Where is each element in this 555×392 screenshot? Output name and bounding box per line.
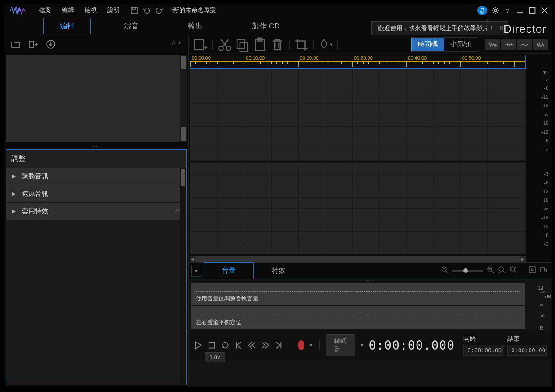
svg-line-26: [514, 271, 516, 273]
transport-bar: ▼ 轉碼器 ▼ 0:00:00.000 開始 0:00:00.000 結束 0:…: [189, 330, 552, 360]
accordion-restore-audio[interactable]: ▶ 還原音訊: [6, 185, 186, 203]
tab-mix[interactable]: 混音: [108, 18, 155, 34]
playback-speed[interactable]: 1.0x: [205, 352, 225, 362]
pan-row[interactable]: 左右聲道平衡定位 ↶: [191, 306, 525, 329]
scroll-left-icon[interactable]: ◀: [190, 256, 196, 262]
end-label: 結束: [507, 335, 547, 343]
time-format-toggle: 時間碼 小節/拍: [411, 37, 478, 52]
adjust-header: 調整: [6, 150, 186, 168]
encoder-button[interactable]: 轉碼器: [326, 334, 355, 356]
rewind-icon[interactable]: [247, 339, 256, 352]
library-scrollbar[interactable]: [180, 55, 187, 142]
prev-icon[interactable]: [234, 339, 243, 352]
record-dropdown-icon[interactable]: ▼: [309, 343, 314, 348]
svg-rect-7: [29, 41, 34, 47]
loop-icon[interactable]: [221, 339, 230, 352]
zoom-selection-icon[interactable]: [540, 266, 548, 275]
end-time-box: 結束 0:00:00.00: [507, 335, 547, 356]
svg-point-28: [531, 269, 533, 271]
delete-icon[interactable]: [270, 38, 285, 51]
add-track-icon[interactable]: [193, 38, 208, 51]
accordion-apply-fx[interactable]: ▶ 套用特效 ↶: [6, 203, 186, 220]
waveform-track-right[interactable]: [190, 162, 526, 254]
settings-icon[interactable]: [491, 7, 499, 14]
zoom-slider[interactable]: [452, 270, 483, 272]
record-button[interactable]: [298, 340, 304, 350]
scroll-right-icon[interactable]: ▶: [520, 256, 526, 262]
undo-icon[interactable]: ↶: [541, 290, 546, 296]
undo-icon[interactable]: [143, 7, 151, 14]
gain-row[interactable]: 使用音量值調整音軌音量 ↶: [191, 283, 525, 305]
forward-icon[interactable]: [261, 339, 269, 352]
svg-point-2: [494, 9, 497, 12]
download-icon[interactable]: [46, 39, 56, 49]
menu-help[interactable]: 說明: [107, 7, 120, 14]
svg-rect-27: [529, 267, 535, 273]
accordion-label: 套用特效: [22, 207, 48, 215]
copy-icon[interactable]: [235, 38, 250, 51]
accordion-label: 還原音訊: [22, 190, 48, 198]
timecode-display[interactable]: 0:00:00.000: [369, 338, 455, 353]
undo-icon[interactable]: ↶: [541, 313, 546, 320]
undo-icon[interactable]: ↶: [174, 208, 180, 215]
toggle-bars[interactable]: 小節/拍: [444, 38, 478, 51]
expand-icon: ▶: [12, 191, 16, 197]
waveform-view-icon[interactable]: [485, 39, 500, 50]
stop-icon[interactable]: [207, 339, 216, 352]
help-icon[interactable]: ?: [504, 7, 512, 14]
column-resize-handle[interactable]: ••••: [185, 166, 189, 170]
adjust-panel: 調整 ▶ 調整音訊 ▶ 還原音訊 ▶ 套用特效 ↶: [6, 149, 187, 385]
timeline-ruler[interactable]: 00:00.0000:10.0000:20.0000:30.0000:40.00…: [190, 55, 526, 69]
adjust-scrollbar[interactable]: [180, 168, 186, 385]
menu-view[interactable]: 檢視: [85, 7, 97, 14]
notifications-icon[interactable]: [477, 6, 487, 15]
welcome-text: 歡迎使用，快來看看輕鬆上手的教學影片！: [378, 25, 495, 32]
tab-edit[interactable]: 編輯: [43, 18, 91, 34]
zoom-h-icon[interactable]: [498, 266, 506, 275]
end-time-input[interactable]: 0:00:00.00: [507, 345, 547, 356]
minimize-icon[interactable]: [516, 7, 524, 14]
folder-icon[interactable]: [11, 39, 21, 49]
start-label: 開始: [463, 335, 503, 343]
redo-icon[interactable]: [155, 7, 163, 14]
import-icon[interactable]: [28, 39, 38, 49]
play-icon[interactable]: [194, 339, 203, 352]
save-icon[interactable]: [131, 7, 138, 14]
zoom-out-icon[interactable]: [441, 266, 449, 275]
panel-menu-icon[interactable]: ▼: [191, 265, 201, 277]
menu-file[interactable]: 檔案: [39, 7, 51, 14]
close-icon[interactable]: [541, 7, 548, 14]
level-view-icon[interactable]: [533, 39, 548, 50]
timeline-scrollbar[interactable]: ◀ ▶: [190, 256, 526, 262]
panel-resize-handle[interactable]: ••••: [4, 144, 188, 148]
svg-point-25: [510, 267, 515, 271]
crop-icon[interactable]: [294, 38, 309, 51]
next-icon[interactable]: [274, 339, 283, 352]
tab-effects[interactable]: 特效: [254, 262, 304, 279]
svg-rect-0: [131, 7, 138, 14]
document-title: *新的未命名專案: [171, 7, 216, 14]
zoom-v-icon[interactable]: [509, 266, 517, 275]
spectral-view-icon[interactable]: [501, 39, 516, 50]
tab-cd[interactable]: 製作 CD: [236, 18, 295, 34]
library-toolbar: A↑▾: [4, 35, 188, 53]
menu-edit[interactable]: 編輯: [62, 7, 74, 14]
svg-line-24: [503, 271, 505, 273]
zoom-in-icon[interactable]: [487, 266, 495, 275]
sort-icon[interactable]: A↑▾: [172, 39, 181, 49]
maximize-icon[interactable]: [528, 7, 536, 14]
tab-volume[interactable]: 音量: [204, 262, 254, 279]
gain-scale: 12 0 -∞ dB: [526, 285, 543, 308]
accordion-adjust-audio[interactable]: ▶ 調整音訊: [6, 168, 186, 185]
view-mode-icons: [485, 39, 548, 50]
waveform-track-left[interactable]: [190, 69, 526, 161]
cut-icon[interactable]: [217, 38, 232, 51]
fit-icon[interactable]: [528, 266, 536, 275]
start-time-input[interactable]: 0:00:00.000: [463, 345, 503, 356]
paste-icon[interactable]: [252, 38, 267, 51]
toggle-timecode[interactable]: 時間碼: [411, 38, 444, 51]
tab-output[interactable]: 輸出: [172, 18, 219, 34]
encoder-dropdown-icon[interactable]: ▼: [360, 343, 364, 348]
freq-view-icon[interactable]: [517, 39, 532, 50]
marker-icon[interactable]: ▾: [318, 38, 333, 51]
